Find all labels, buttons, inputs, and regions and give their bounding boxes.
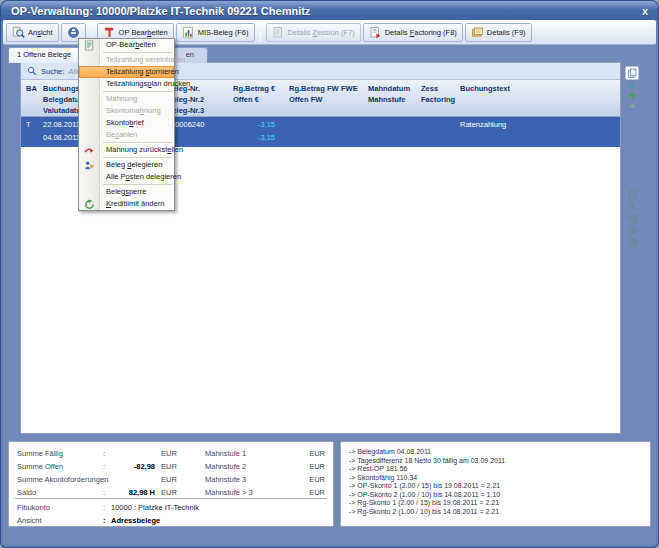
fibukonto-value: 10000 : Platzke IT-Technik <box>111 503 199 512</box>
menu-item-teilzahlung-vereinbaren: Teilzahlung vereinbaren <box>79 54 174 66</box>
cell-buchungsdatum: 22.08.2011 <box>43 120 80 129</box>
menu-item-op-bearbeiten[interactable]: OP-Bearbeiten <box>79 39 174 51</box>
copy-pages-icon[interactable] <box>625 66 639 80</box>
printer-icon <box>67 26 80 39</box>
sort-up-icon[interactable] <box>627 101 637 110</box>
delegate-icon <box>83 159 95 171</box>
grid-tools-column <box>624 190 640 247</box>
grid-icon[interactable] <box>627 226 637 235</box>
column-header-zess[interactable]: ZessFactoring <box>421 83 455 105</box>
details-factoring-button[interactable]: Details Factoring (F8) <box>363 23 463 42</box>
op-edit-icon <box>83 39 95 51</box>
summary-row-akonto: Summe Akontoforderungen : EUR Mahnstufe … <box>9 475 333 487</box>
details-panel: -> Belegdatum 04.08.2011 -> Tagesdiffere… <box>340 441 651 527</box>
summary-label: Summe Akontoforderungen <box>17 475 108 484</box>
search-label: Suche: <box>41 67 64 76</box>
ansicht-button-label: Ansicht <box>28 28 53 37</box>
chart-icon <box>182 26 195 39</box>
details-button-label: Details (F9) <box>487 28 526 37</box>
menu-item-skontomahnung: Skontomahnung <box>79 105 174 117</box>
credit-limit-icon <box>83 198 95 210</box>
edit-tools-icon <box>103 26 116 39</box>
detail-line: -> Rg-Skonto 2 (1.00 / 10) bis 14.08.201… <box>349 508 650 517</box>
menu-item-teilzahlungsplan-drucken[interactable]: Teilzahlungsplan drucken <box>79 78 174 90</box>
collapse-arrows-icon[interactable] <box>627 81 637 90</box>
detail-line: -> Tagesdifferenz 18 Netto 30 fällig am … <box>349 457 650 466</box>
column-header-fwe[interactable]: FWE <box>341 83 358 94</box>
column-header-ba[interactable]: BA <box>26 83 37 94</box>
window-title: OP-Verwaltung: 10000/Platzke IT-Technik … <box>11 5 310 17</box>
mahnstufe-label: Mahnstufe 2 <box>205 462 246 471</box>
details-zession-button: Details Zession (F7) <box>266 23 361 42</box>
cell-offen: -3,15 <box>233 133 275 142</box>
toolbar-separator <box>260 23 261 42</box>
calculator-icon[interactable] <box>627 190 637 199</box>
column-header-rg-betrag-fw[interactable]: Rg.Betrag FWOffen FW <box>289 83 339 105</box>
zoom-icon[interactable] <box>627 202 637 211</box>
tab-offene-belege[interactable]: 1 Offene Belege <box>8 47 80 63</box>
summary-panel: Summe Fällig : EUR Mahnstufe 1 EUR Summe… <box>8 441 334 527</box>
detail-line: -> Rg-Skonto 1 (2.00 / 15) bis 19.08.201… <box>349 499 650 508</box>
menu-item-mahnung-zurueckstellen[interactable]: Mahnung zurückstellen <box>79 144 174 156</box>
summary-label: Summe Offen <box>17 462 63 471</box>
mis-beleg-button-label: MIS-Beleg (F6) <box>198 28 249 37</box>
search-icon <box>27 66 37 76</box>
mis-beleg-button[interactable]: MIS-Beleg (F6) <box>176 23 255 42</box>
detail-line: -> Rest-OP 181.56 <box>349 465 650 474</box>
tab-offene-belege-label: 1 Offene Belege <box>17 50 71 59</box>
menu-item-bezahlen: Bezahlen <box>79 129 174 141</box>
grid-side-toolbar <box>624 66 640 110</box>
factoring-icon <box>369 26 382 39</box>
cell-belegdatum: 04.08.2011 <box>43 133 80 142</box>
summary-value: 82,98 H <box>109 488 155 497</box>
cell-ba: T <box>26 120 31 129</box>
tab-partial-hidden-label: en <box>186 50 194 59</box>
ansicht-button[interactable]: Ansicht <box>6 23 59 42</box>
title-bar: OP-Verwaltung: 10000/Platzke IT-Technik … <box>1 1 658 20</box>
detail-line: -> Skontofähig 110.34 <box>349 474 650 483</box>
cell-buchungstext: Ratenzahlung <box>460 120 506 129</box>
ansicht-value: Adressbelege <box>111 516 160 525</box>
close-button[interactable]: x <box>642 5 648 17</box>
menu-item-belegsperre[interactable]: Belegsperre <box>79 186 174 198</box>
column-header-mahndatum[interactable]: MahndatumMahnstufe <box>368 83 410 105</box>
fibukonto-label: Fibukonto <box>17 503 50 512</box>
summary-row-faellig: Summe Fällig : EUR Mahnstufe 1 EUR <box>9 449 333 461</box>
op-verwaltung-window: OP-Verwaltung: 10000/Platzke IT-Technik … <box>0 0 659 548</box>
mahnstufe-label: Mahnstufe 3 <box>205 475 246 484</box>
menu-item-teilzahlung-stornieren[interactable]: Teilzahlung stornieren <box>79 66 174 78</box>
summary-label: Saldo <box>17 488 36 497</box>
cell-rg-betrag: -3,15 <box>233 120 275 129</box>
view-icon <box>12 26 25 39</box>
detail-line: -> Belegdatum 04.08.2011 <box>349 448 650 457</box>
print-small-icon[interactable] <box>627 238 637 247</box>
column-header-buchungstext[interactable]: Buchungstext <box>460 83 510 94</box>
details-button[interactable]: Details (F9) <box>465 23 532 42</box>
ansicht-label: Ansicht <box>17 516 42 525</box>
summary-row-offen: Summe Offen : -82,98 EUR Mahnstufe 2 EUR <box>9 462 333 474</box>
details-zession-button-label: Details Zession (F7) <box>288 28 355 37</box>
summary-divider <box>15 498 327 499</box>
mail-icon[interactable] <box>627 214 637 223</box>
menu-item-alle-posten-delegieren[interactable]: Alle Posten delegieren <box>79 171 174 183</box>
column-header-rg-betrag[interactable]: Rg.Betrag €Offen € <box>233 83 275 105</box>
zession-icon <box>272 26 285 39</box>
mahnstufe-label: Mahnstufe > 3 <box>205 488 253 497</box>
menu-item-skontobrief[interactable]: Skontobrief <box>79 117 174 129</box>
detail-line: -> OP-Skonto 1 (2.00 / 15) bis 19.08.201… <box>349 482 650 491</box>
detail-line: -> OP-Skonto 2 (1.00 / 10) bis 14.08.201… <box>349 491 650 500</box>
mahnstufe-label: Mahnstufe 1 <box>205 449 246 458</box>
redo-arrow-icon <box>83 144 95 156</box>
menu-item-kreditlimit-aendern[interactable]: Kreditlimit ändern <box>79 198 174 210</box>
details-icon <box>471 26 484 39</box>
op-bearbeiten-menu: OP-Bearbeiten Teilzahlung vereinbaren Te… <box>78 38 175 211</box>
menu-item-beleg-delegieren[interactable]: Beleg delegieren <box>79 159 174 171</box>
op-bearbeiten-button-label: OP Bearbeiten <box>119 28 168 37</box>
plus-icon[interactable] <box>627 91 637 100</box>
menu-item-mahnung: Mahnung <box>79 93 174 105</box>
details-factoring-button-label: Details Factoring (F8) <box>385 28 457 37</box>
summary-value: -82,98 <box>109 462 155 471</box>
summary-label: Summe Fällig <box>17 449 63 458</box>
